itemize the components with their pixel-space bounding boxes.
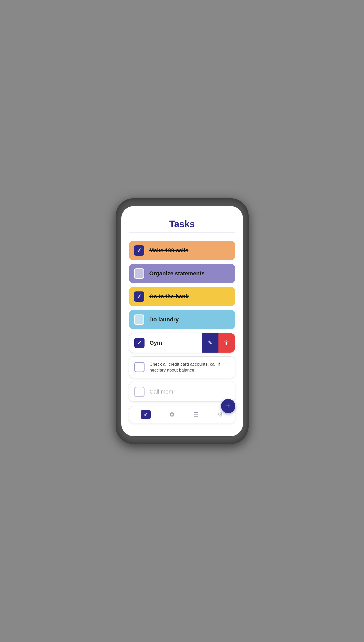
checkmark-nav-icon: ✔ — [144, 411, 148, 418]
checkbox-call-mom[interactable] — [134, 387, 145, 397]
bottom-navigation: ✔ ✿ ☰ ⚙ — [129, 406, 235, 423]
checkmark-icon-bank: ✓ — [137, 293, 141, 300]
task-item-do-laundry[interactable]: Do laundry — [129, 310, 235, 329]
checkbox-make-calls[interactable]: ✓ — [134, 245, 144, 256]
nav-item-settings[interactable]: ⚙ — [217, 411, 223, 418]
page-title: Tasks — [129, 219, 235, 230]
plus-icon: + — [226, 401, 230, 411]
task-label-organize-statements: Organize statements — [149, 270, 205, 277]
phone-frame: Tasks ✓ Make 100 calls Organize statemen… — [116, 198, 249, 444]
list-nav-icon: ☰ — [193, 411, 199, 418]
gear-nav-icon: ⚙ — [217, 411, 223, 418]
task-label-do-laundry: Do laundry — [149, 316, 179, 323]
task-item-gym[interactable]: ✓ Gym ✎ 🗑 — [129, 333, 235, 353]
nav-item-tasks[interactable]: ✔ — [141, 410, 151, 419]
delete-icon: 🗑 — [224, 340, 229, 346]
phone-screen: Tasks ✓ Make 100 calls Organize statemen… — [121, 206, 243, 436]
checkbox-organize-statements[interactable] — [134, 268, 144, 279]
task-label-gym: Gym — [150, 340, 162, 346]
checkbox-go-to-bank[interactable]: ✓ — [134, 291, 144, 302]
task-item-credit-card[interactable]: Check all credit card accounts, call if … — [129, 356, 235, 378]
add-task-button[interactable]: + — [221, 399, 235, 413]
task-label-call-mom: Call mom — [150, 388, 173, 395]
task-item-go-to-bank[interactable]: ✓ Go to the bank — [129, 287, 235, 306]
edit-button[interactable]: ✎ — [202, 333, 218, 353]
task-item-organize-statements[interactable]: Organize statements — [129, 264, 235, 283]
checkmark-icon-gym: ✓ — [137, 340, 142, 346]
task-label-make-calls: Make 100 calls — [149, 247, 189, 254]
task-item-make-calls[interactable]: ✓ Make 100 calls — [129, 241, 235, 260]
gym-actions: ✎ 🗑 — [202, 333, 235, 353]
checkmark-icon: ✓ — [137, 247, 141, 254]
edit-icon: ✎ — [208, 340, 212, 346]
delete-button[interactable]: 🗑 — [218, 333, 235, 353]
checkbox-do-laundry[interactable] — [134, 314, 144, 325]
checkbox-gym[interactable]: ✓ — [134, 338, 145, 348]
task-label-go-to-bank: Go to the bank — [149, 293, 189, 300]
compass-nav-icon: ✿ — [169, 411, 174, 418]
nav-item-explore[interactable]: ✿ — [169, 411, 174, 418]
title-divider — [129, 233, 235, 233]
nav-item-list[interactable]: ☰ — [193, 411, 199, 418]
task-list: ✓ Make 100 calls Organize statements ✓ G… — [129, 241, 235, 402]
checkbox-credit-card[interactable] — [134, 362, 145, 372]
task-item-call-mom[interactable]: Call mom — [129, 382, 235, 402]
task-label-credit-card: Check all credit card accounts, call if … — [150, 361, 230, 374]
